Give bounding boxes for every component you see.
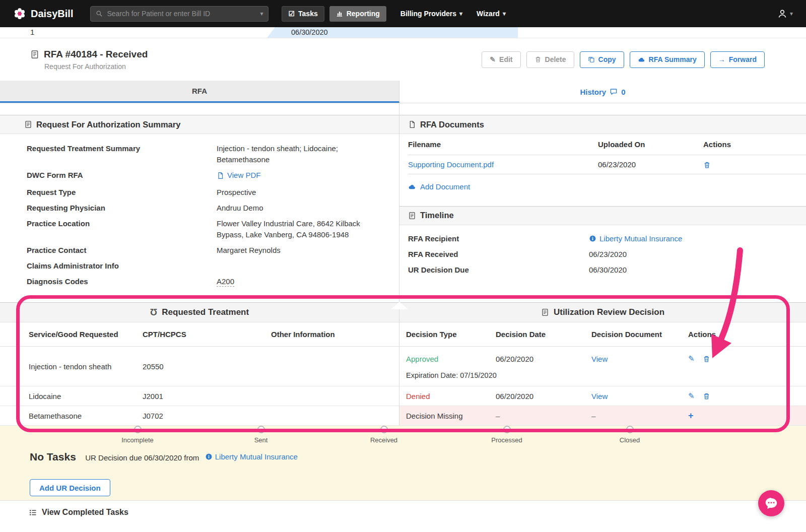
info-icon [589,235,596,242]
trash-icon[interactable] [703,355,710,363]
document-uploaded-on: 06/23/2020 [598,160,700,169]
user-account-menu[interactable]: ▾ [777,9,793,19]
reporting-nav-button[interactable]: Reporting [329,6,386,22]
edit-button[interactable]: ✎ Edit [482,51,520,68]
payer-link[interactable]: Liberty Mutual Insurance [205,452,298,461]
search-input[interactable] [107,10,260,18]
footer-bar: View Completed Tasks [0,500,806,532]
field-requesting-physician: Requesting Physician Andruu Demo [27,203,379,214]
ur-decision-row-denied: Denied 06/20/2020 View ✎ [399,386,806,406]
edit-decision-icon[interactable]: ✎ [688,354,695,363]
billing-providers-menu[interactable]: Billing Providers ▾ [400,10,462,18]
step-dot [626,426,634,433]
rfa-document-icon [30,50,39,59]
tasks-check-icon: ☑ [288,10,295,18]
chat-widget-button[interactable] [758,490,784,516]
ur-table-header: Decision Type Decision Date Decision Doc… [399,322,806,347]
global-search[interactable]: ▾ [90,6,268,22]
diagnosis-code[interactable]: A200 [217,277,234,287]
search-icon [96,10,103,17]
rfa-documents-section-header: RFA Documents [399,115,806,134]
copy-icon [588,56,595,63]
step-dot [380,426,388,433]
field-dwc-form-rfa: DWC Form RFA View PDF [27,170,379,182]
summary-column: Request For Authorization Summary Reques… [0,103,399,302]
add-document-link[interactable]: Add Document [408,182,470,191]
wizard-menu[interactable]: Wizard ▾ [477,10,506,18]
requested-treatment-header: Ʊ Requested Treatment [0,302,399,322]
pdf-icon [408,120,416,128]
ur-decision-panel: Utilization Review Decision Decision Typ… [399,302,806,426]
row-number: 1 [30,27,34,37]
top-navbar: DaisyBill ▾ ☑ Tasks Reporting Billing Pr… [0,0,806,27]
field-practice-location: Practice Location Flower Valley Industri… [27,218,379,240]
no-tasks-heading: No Tasks [30,451,76,462]
treatment-row: Betamethasone J0702 [0,406,399,426]
add-decision-icon[interactable]: + [688,411,694,421]
field-practice-contact: Practice Contact Margaret Reynolds [27,245,379,256]
progress-step-sent: Sent [226,426,296,444]
search-caret-icon[interactable]: ▾ [260,10,263,17]
decision-status: Denied [406,392,496,401]
cloud-icon [638,56,645,63]
decision-status: Approved [406,355,496,363]
progress-step-received: Received [349,426,419,444]
comment-icon [610,88,618,96]
view-decision-link[interactable]: View [591,392,608,401]
history-count: 0 [621,88,625,96]
ur-decision-header: Utilization Review Decision [399,302,806,322]
rfa-page-header: RFA #40184 - Received Request For Author… [0,38,806,81]
tasks-nav-button[interactable]: ☑ Tasks [282,6,324,22]
progress-step-closed: Closed [594,426,665,444]
chevron-down-icon: ▾ [790,10,793,17]
task-message: UR Decision due 06/30/2020 from [85,453,199,462]
arrow-right-icon: → [718,55,725,63]
rfa-recipient-link[interactable]: Liberty Mutual Insurance [589,233,682,244]
brand-logo[interactable]: DaisyBill [13,7,73,20]
field-claims-administrator-info: Claims Administrator Info [27,260,379,272]
document-filename-link[interactable]: Supporting Document.pdf [408,160,494,169]
chat-bubble-icon [764,496,779,511]
pencil-icon: ✎ [490,55,496,63]
tab-history[interactable]: History 0 [399,81,806,103]
rfa-summary-button[interactable]: RFA Summary [630,51,705,68]
field-diagnosis-codes: Diagnosis Codes A200 [27,276,379,287]
daisy-flower-icon [13,7,26,20]
user-icon [777,9,787,19]
view-decision-link[interactable]: View [591,355,608,363]
requested-treatment-panel: Ʊ Requested Treatment Service/Good Reque… [0,302,399,426]
scrolled-content-strip: 1 06/30/2020 [0,27,806,38]
timeline-doc-icon [408,212,416,220]
page-title: RFA #40184 - Received [44,49,148,60]
cloud-upload-icon [408,183,416,191]
pdf-icon [217,172,224,179]
edit-decision-icon[interactable]: ✎ [688,391,695,401]
decision-status: Decision Missing [406,412,496,420]
copy-button[interactable]: Copy [580,51,624,68]
progress-step-processed: Processed [472,426,542,444]
expiration-date-note: Expiration Date: 07/15/2020 [406,371,806,379]
trash-icon[interactable] [703,161,711,169]
trash-icon [534,56,542,63]
timeline-section-header: Timeline [399,206,806,225]
tab-bar: RFA History 0 [0,81,806,103]
treatment-row: Lidocaine J2001 [0,386,399,406]
view-completed-tasks-link[interactable]: View Completed Tasks [29,508,128,517]
documents-column: RFA Documents Filename Uploaded On Actio… [399,103,806,302]
progress-step-incomplete: Incomplete [102,426,173,444]
highlighted-cell: 06/30/2020 [267,27,518,38]
due-date-cell: 06/30/2020 [291,27,328,37]
delete-button[interactable]: Delete [526,51,574,68]
tab-rfa[interactable]: RFA [0,81,399,103]
add-ur-decision-button[interactable]: Add UR Decision [30,479,110,496]
trash-icon[interactable] [703,392,710,400]
ur-decision-row-approved: Approved 06/20/2020 View ✎ Expiration Da… [399,347,806,386]
page-subtitle: Request For Authorization [44,62,148,71]
step-dot [134,426,142,433]
forward-button[interactable]: → Forward [710,51,765,68]
field-request-type: Request Type Prospective [27,187,379,198]
form-icon [24,120,32,128]
view-pdf-link[interactable]: View PDF [217,170,260,181]
treatment-icon: Ʊ [150,307,157,318]
field-rfa-recipient: RFA Recipient Liberty Mutual Insurance [408,233,796,244]
